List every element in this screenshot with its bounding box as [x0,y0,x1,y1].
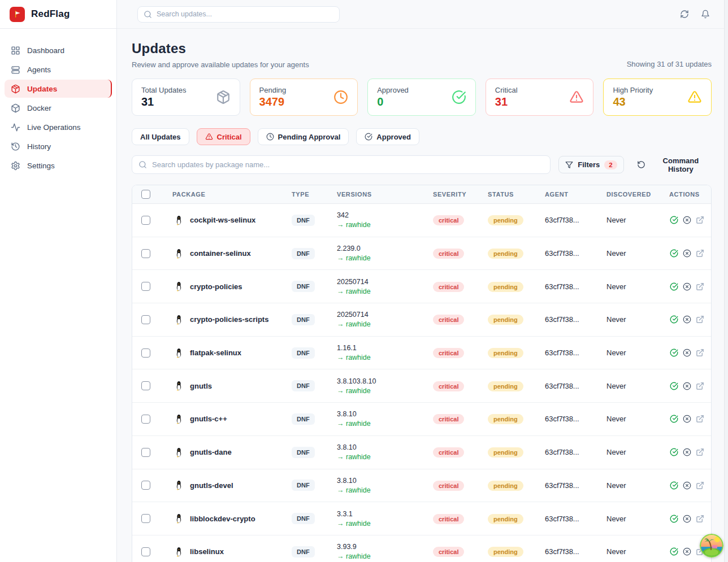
type-badge: DNF [292,546,315,557]
package-search[interactable] [132,155,551,174]
reject-button[interactable] [682,249,692,258]
stat-value: 31 [495,95,518,108]
reject-button[interactable] [682,315,692,324]
external-link-icon[interactable] [695,447,705,457]
col-actions: Actions [669,191,711,198]
external-link-icon[interactable] [695,414,705,424]
external-link-icon[interactable] [695,348,705,358]
approve-button[interactable] [669,447,679,457]
status-badge: pending [488,348,523,358]
reject-button[interactable] [682,547,692,556]
approve-button[interactable] [669,481,679,490]
sidebar-item-docker[interactable]: Docker [5,99,112,117]
discovered-value: Never [606,348,669,357]
severity-badge: critical [433,348,464,358]
approve-button[interactable] [669,414,679,424]
table-row: libblockdev-crypto DNF 3.3.1 → rawhide c… [132,502,711,535]
sidebar-item-dashboard[interactable]: Dashboard [5,41,112,59]
row-checkbox[interactable] [141,514,150,523]
row-checkbox[interactable] [141,448,150,457]
row-checkbox[interactable] [141,547,150,556]
filters-button[interactable]: Filters 2 [558,156,623,173]
external-link-icon[interactable] [695,249,705,258]
global-search[interactable] [137,6,340,23]
approve-button[interactable] [669,215,679,225]
col-type: Type [292,191,337,198]
row-checkbox[interactable] [141,216,150,225]
col-status: Status [488,191,545,198]
sidebar-item-updates[interactable]: Updates [5,80,112,98]
status-badge: pending [488,481,523,491]
command-history-button[interactable]: Command History [637,156,712,173]
row-checkbox[interactable] [141,249,150,258]
sidebar-item-agents[interactable]: Agents [5,60,112,79]
select-all-checkbox[interactable] [141,190,150,199]
sidebar-item-history[interactable]: History [5,137,112,155]
reject-button[interactable] [682,215,692,225]
external-link-icon[interactable] [695,481,705,490]
package-name: flatpak-selinux [190,348,241,357]
package-name: container-selinux [190,249,251,258]
row-checkbox[interactable] [141,415,150,424]
sidebar-item-label: History [27,142,51,151]
version-from: 3.8.10 [337,477,433,485]
version-from: 20250714 [337,278,433,286]
reject-button[interactable] [682,481,692,490]
severity-badge: critical [433,249,464,259]
approve-button[interactable] [669,249,679,258]
row-checkbox[interactable] [141,315,150,324]
tab-approved[interactable]: Approved [356,128,419,145]
severity-badge: critical [433,481,464,491]
discovered-value: Never [606,547,669,556]
external-link-icon[interactable] [695,381,705,391]
external-link-icon[interactable] [695,282,705,291]
topbar [117,0,728,29]
sidebar: RedFlag DashboardAgentsUpdatesDockerLive… [0,0,117,562]
package-name: cockpit-ws-selinux [190,216,255,224]
sidebar-item-live-operations[interactable]: Live Operations [5,118,112,136]
clock-icon [266,133,274,141]
page-scrollbar[interactable] [724,0,728,562]
approve-button[interactable] [669,381,679,391]
approve-button[interactable] [669,315,679,324]
type-badge: DNF [292,215,315,226]
col-versions: Versions [337,191,433,198]
approve-button[interactable] [669,514,679,524]
row-checkbox[interactable] [141,282,150,291]
type-badge: DNF [292,413,315,425]
sidebar-item-label: Updates [27,85,57,93]
row-checkbox[interactable] [141,381,150,390]
sidebar-item-label: Dashboard [27,46,64,55]
reject-button[interactable] [682,381,692,391]
page-subtitle: Review and approve available updates for… [132,60,309,69]
reject-button[interactable] [682,282,692,291]
approve-button[interactable] [669,547,679,556]
sidebar-nav: DashboardAgentsUpdatesDockerLive Operati… [0,29,116,175]
penguin-icon [175,315,183,325]
external-link-icon[interactable] [695,514,705,524]
reject-button[interactable] [682,447,692,457]
version-to: → rawhide [337,287,433,295]
reject-button[interactable] [682,514,692,524]
reject-button[interactable] [682,348,692,358]
bell-icon[interactable] [700,8,711,20]
external-link-icon[interactable] [695,215,705,225]
tab-pending-approval[interactable]: Pending Approval [258,128,349,145]
package-name: libblockdev-crypto [190,515,255,523]
agents-icon [11,65,20,75]
global-search-input[interactable] [157,10,333,18]
tropical-island-icon[interactable] [700,534,723,557]
tab-all[interactable]: All Updates [132,128,189,145]
refresh-icon[interactable] [679,8,690,20]
approve-button[interactable] [669,348,679,358]
row-checkbox[interactable] [141,348,150,358]
package-search-input[interactable] [152,160,544,169]
approve-button[interactable] [669,282,679,291]
row-checkbox[interactable] [141,481,150,490]
external-link-icon[interactable] [695,315,705,324]
gear-icon [11,161,20,171]
sidebar-item-settings[interactable]: Settings [5,156,112,175]
filter-tabs: All UpdatesCriticalPending ApprovalAppro… [132,128,712,145]
reject-button[interactable] [682,414,692,424]
tab-critical[interactable]: Critical [197,128,250,145]
